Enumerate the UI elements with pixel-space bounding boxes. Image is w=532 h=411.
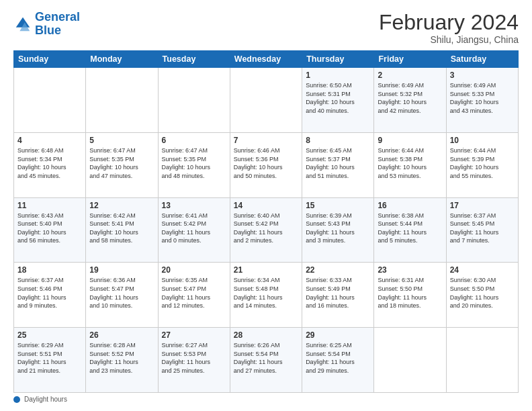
day-number: 19 [89, 265, 154, 275]
day-info: Sunrise: 6:50 AM Sunset: 5:31 PM Dayligh… [306, 81, 370, 115]
calendar-cell: 18Sunrise: 6:37 AM Sunset: 5:46 PM Dayli… [14, 263, 86, 328]
day-info: Sunrise: 6:29 AM Sunset: 5:51 PM Dayligh… [17, 341, 82, 375]
day-header-tuesday: Tuesday [158, 51, 230, 68]
day-info: Sunrise: 6:45 AM Sunset: 5:37 PM Dayligh… [306, 146, 370, 180]
calendar-cell: 7Sunrise: 6:46 AM Sunset: 5:36 PM Daylig… [230, 132, 302, 197]
day-info: Sunrise: 6:48 AM Sunset: 5:34 PM Dayligh… [17, 146, 82, 180]
day-number: 16 [378, 201, 442, 210]
calendar-header: SundayMondayTuesdayWednesdayThursdayFrid… [14, 51, 519, 68]
day-info: Sunrise: 6:27 AM Sunset: 5:53 PM Dayligh… [162, 341, 226, 375]
day-number: 20 [162, 265, 226, 275]
day-info: Sunrise: 6:39 AM Sunset: 5:43 PM Dayligh… [306, 212, 370, 245]
day-number: 11 [17, 201, 82, 210]
day-header-saturday: Saturday [446, 51, 518, 68]
day-info: Sunrise: 6:49 AM Sunset: 5:32 PM Dayligh… [378, 81, 442, 115]
day-info: Sunrise: 6:43 AM Sunset: 5:40 PM Dayligh… [17, 212, 82, 245]
day-number: 10 [450, 136, 515, 145]
calendar-cell: 15Sunrise: 6:39 AM Sunset: 5:43 PM Dayli… [302, 197, 374, 263]
day-info: Sunrise: 6:44 AM Sunset: 5:39 PM Dayligh… [450, 146, 515, 180]
day-header-sunday: Sunday [14, 51, 86, 68]
calendar-cell: 26Sunrise: 6:28 AM Sunset: 5:52 PM Dayli… [86, 328, 158, 393]
day-number: 21 [234, 265, 298, 275]
calendar-cell: 11Sunrise: 6:43 AM Sunset: 5:40 PM Dayli… [14, 197, 86, 263]
day-info: Sunrise: 6:26 AM Sunset: 5:54 PM Dayligh… [234, 341, 298, 375]
title-block: February 2024 Shilu, Jiangsu, China [379, 11, 519, 45]
day-number: 23 [378, 265, 442, 275]
calendar-cell: 25Sunrise: 6:29 AM Sunset: 5:51 PM Dayli… [14, 328, 86, 393]
calendar-cell: 14Sunrise: 6:40 AM Sunset: 5:42 PM Dayli… [230, 197, 302, 263]
calendar-cell: 10Sunrise: 6:44 AM Sunset: 5:39 PM Dayli… [446, 132, 518, 197]
day-header-monday: Monday [86, 51, 158, 68]
day-number: 5 [89, 136, 154, 145]
day-info: Sunrise: 6:34 AM Sunset: 5:48 PM Dayligh… [234, 276, 298, 310]
calendar-cell: 4Sunrise: 6:48 AM Sunset: 5:34 PM Daylig… [14, 132, 86, 197]
calendar-cell [374, 328, 446, 393]
calendar-week-5: 25Sunrise: 6:29 AM Sunset: 5:51 PM Dayli… [14, 328, 519, 393]
header: General Blue February 2024 Shilu, Jiangs… [13, 11, 519, 45]
calendar-cell: 29Sunrise: 6:25 AM Sunset: 5:54 PM Dayli… [302, 328, 374, 393]
day-number: 29 [306, 330, 370, 340]
day-number: 14 [234, 201, 298, 210]
day-number: 13 [162, 201, 226, 210]
day-number: 7 [234, 136, 298, 145]
day-info: Sunrise: 6:37 AM Sunset: 5:45 PM Dayligh… [450, 212, 515, 245]
page: General Blue February 2024 Shilu, Jiangs… [0, 0, 532, 411]
logo-general: General [35, 10, 80, 24]
day-header-friday: Friday [374, 51, 446, 68]
calendar-cell: 3Sunrise: 6:49 AM Sunset: 5:33 PM Daylig… [446, 68, 518, 133]
calendar-cell: 2Sunrise: 6:49 AM Sunset: 5:32 PM Daylig… [374, 68, 446, 133]
day-info: Sunrise: 6:49 AM Sunset: 5:33 PM Dayligh… [450, 81, 515, 115]
calendar-cell: 17Sunrise: 6:37 AM Sunset: 5:45 PM Dayli… [446, 197, 518, 263]
calendar-cell: 9Sunrise: 6:44 AM Sunset: 5:38 PM Daylig… [374, 132, 446, 197]
day-info: Sunrise: 6:37 AM Sunset: 5:46 PM Dayligh… [17, 276, 82, 310]
day-number: 17 [450, 201, 515, 210]
day-info: Sunrise: 6:38 AM Sunset: 5:44 PM Dayligh… [378, 212, 442, 245]
calendar-cell: 28Sunrise: 6:26 AM Sunset: 5:54 PM Dayli… [230, 328, 302, 393]
day-info: Sunrise: 6:36 AM Sunset: 5:47 PM Dayligh… [89, 276, 154, 310]
calendar-cell: 16Sunrise: 6:38 AM Sunset: 5:44 PM Dayli… [374, 197, 446, 263]
footer: Daylight hours [13, 396, 519, 403]
day-info: Sunrise: 6:40 AM Sunset: 5:42 PM Dayligh… [234, 212, 298, 245]
day-number: 9 [378, 136, 442, 145]
daylight-dot [13, 396, 20, 403]
calendar-cell [230, 68, 302, 133]
calendar-cell [86, 68, 158, 133]
calendar-cell [14, 68, 86, 133]
day-info: Sunrise: 6:42 AM Sunset: 5:41 PM Dayligh… [89, 212, 154, 245]
calendar-cell: 24Sunrise: 6:30 AM Sunset: 5:50 PM Dayli… [446, 263, 518, 328]
logo-icon [13, 15, 32, 34]
calendar-cell: 8Sunrise: 6:45 AM Sunset: 5:37 PM Daylig… [302, 132, 374, 197]
calendar-week-4: 18Sunrise: 6:37 AM Sunset: 5:46 PM Dayli… [14, 263, 519, 328]
day-info: Sunrise: 6:35 AM Sunset: 5:47 PM Dayligh… [162, 276, 226, 310]
day-info: Sunrise: 6:41 AM Sunset: 5:42 PM Dayligh… [162, 212, 226, 245]
day-number: 25 [17, 330, 82, 340]
calendar-table: SundayMondayTuesdayWednesdayThursdayFrid… [13, 50, 519, 393]
location: Shilu, Jiangsu, China [379, 34, 519, 45]
day-info: Sunrise: 6:47 AM Sunset: 5:35 PM Dayligh… [162, 146, 226, 180]
calendar-cell: 13Sunrise: 6:41 AM Sunset: 5:42 PM Dayli… [158, 197, 230, 263]
calendar-cell [446, 328, 518, 393]
day-number: 22 [306, 265, 370, 275]
day-number: 1 [306, 71, 370, 80]
calendar-cell: 21Sunrise: 6:34 AM Sunset: 5:48 PM Dayli… [230, 263, 302, 328]
logo-blue: Blue [35, 24, 61, 37]
logo: General Blue [13, 11, 80, 38]
day-number: 2 [378, 71, 442, 80]
day-number: 26 [89, 330, 154, 340]
logo-text: General Blue [35, 11, 80, 38]
day-info: Sunrise: 6:25 AM Sunset: 5:54 PM Dayligh… [306, 341, 370, 375]
day-number: 4 [17, 136, 82, 145]
day-number: 28 [234, 330, 298, 340]
calendar-cell: 22Sunrise: 6:33 AM Sunset: 5:49 PM Dayli… [302, 263, 374, 328]
calendar-cell: 19Sunrise: 6:36 AM Sunset: 5:47 PM Dayli… [86, 263, 158, 328]
day-info: Sunrise: 6:47 AM Sunset: 5:35 PM Dayligh… [89, 146, 154, 180]
day-info: Sunrise: 6:28 AM Sunset: 5:52 PM Dayligh… [89, 341, 154, 375]
calendar-cell: 20Sunrise: 6:35 AM Sunset: 5:47 PM Dayli… [158, 263, 230, 328]
day-info: Sunrise: 6:30 AM Sunset: 5:50 PM Dayligh… [450, 276, 515, 310]
day-header-row: SundayMondayTuesdayWednesdayThursdayFrid… [14, 51, 519, 68]
calendar-cell: 6Sunrise: 6:47 AM Sunset: 5:35 PM Daylig… [158, 132, 230, 197]
day-header-thursday: Thursday [302, 51, 374, 68]
calendar-cell: 12Sunrise: 6:42 AM Sunset: 5:41 PM Dayli… [86, 197, 158, 263]
day-number: 18 [17, 265, 82, 275]
calendar-cell: 23Sunrise: 6:31 AM Sunset: 5:50 PM Dayli… [374, 263, 446, 328]
